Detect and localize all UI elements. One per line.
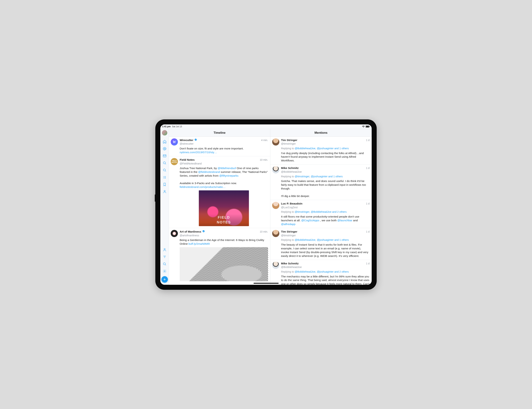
tweet-link[interactable]: buff.ly/2maN9MR [189,242,210,245]
wifi-icon [362,126,365,128]
battery-icon [366,126,370,128]
mention-link[interactable]: @littlefriendsof [218,167,236,170]
svg-rect-4 [163,155,166,157]
avatar[interactable] [272,202,279,209]
svg-point-10 [164,190,165,191]
avatar[interactable]: FIELDNOTES [171,158,178,165]
sidebar [160,129,169,285]
account-icon[interactable] [160,246,169,253]
tweet-cell[interactable]: Mike Schmitz 1 d @BobbleheadJoe Replying… [270,164,372,200]
mentions-icon[interactable] [160,145,169,152]
tweet-time: 1 d [366,138,370,142]
search-icon[interactable] [160,159,169,167]
screen: 1:41 pm Sat Jul 13 [160,124,372,285]
settings-icon[interactable] [160,268,169,275]
compose-button[interactable] [162,276,168,283]
mentions-feed[interactable]: Tim Stringer 1 d @timstringer Replying t… [270,136,372,285]
home-icon[interactable] [160,138,169,145]
tweet-time: 10 min. [260,230,268,234]
tweet-author-handle: @BobbleheadJoe [281,265,370,269]
mention-link[interactable]: @fiftynineparks [219,174,238,177]
reply-to: Replying to @timstringer, @joshuaginter … [281,175,370,178]
tweet-text: I've dug pretty deeply (including contac… [281,151,370,163]
home-indicator[interactable] [254,283,279,284]
mention-link[interactable]: @launchbar [337,219,352,222]
tweet-author-name: Field Notes [180,158,195,162]
reply-to-link[interactable]: @BobbleheadJoe, @joshuaginter and 2 othe… [295,270,349,273]
tweet-cell[interactable]: Art of Manliness 10 min. @artofmanliness… [169,228,270,283]
status-bar: 1:41 pm Sat Jul 13 [160,124,372,129]
avatar[interactable] [171,230,178,237]
avatar[interactable] [272,262,279,269]
reply-to: Replying to @BobbleheadJoe, @joshuaginte… [281,238,370,242]
tweet-text: Don't fixate on size; fit and style are … [180,147,268,154]
verified-badge-icon [202,230,205,233]
tweet-cell[interactable]: W Wirecutter 4 min. @wirecutter [169,136,270,156]
svg-point-8 [163,177,164,178]
tweet-time: 1 d [366,202,370,205]
mentions-header[interactable]: Mentions [270,129,372,136]
tweet-cell[interactable]: Mike Schmitz 1 d @BobbleheadJoe Replying… [270,260,372,285]
reply-to-link[interactable]: @BobbleheadJoe, @joshuaginter and 1 othe… [295,147,349,150]
avatar[interactable] [272,230,279,237]
mention-link[interactable]: @alfredapp [281,223,295,226]
tweet-author-name: Luc P. Beaudoin [281,202,302,206]
bookmarks-icon[interactable] [160,181,169,188]
tweet-cell[interactable]: Luc P. Beaudoin 1 d @LucCogZest Replying… [270,200,372,228]
tweet-author-handle: @BobbleheadJoe [281,170,370,174]
tweet-author-name: Tim Stringer [281,138,297,142]
tweet-time: 1 d [366,262,370,265]
avatar[interactable] [272,138,279,145]
mention-link[interactable]: @fieldnotesbrand [198,170,220,173]
svg-point-12 [163,263,165,265]
tweet-link[interactable]: nytimes.com/2019/07/10/sty… [180,151,217,154]
svg-point-13 [164,271,165,272]
tweet-media[interactable] [180,247,268,281]
lists-icon[interactable] [160,174,169,181]
svg-rect-1 [366,126,369,127]
tweet-author-handle: @LucCogZest [281,206,370,209]
saved-search-icon[interactable] [160,167,169,174]
avatar[interactable]: W [171,138,178,145]
tweet-cell[interactable]: Tim Stringer 1 d @timstringer Replying t… [270,228,372,260]
app: Timeline W Wirecutter 4 [160,129,372,285]
account-avatar[interactable] [162,130,167,136]
tweet-cell[interactable]: FIELDNOTES Field Notes 10 min. @FieldNot… [169,156,270,228]
svg-point-11 [164,248,165,250]
tweet-author-name: Wirecutter [180,138,193,142]
reply-to: Replying to @BobbleheadJoe, @joshuaginte… [281,147,370,150]
tweet-author-name: Tim Stringer [281,230,297,234]
tweet-author-handle: @artofmanliness [180,234,268,237]
reply-to: Replying to @timstringer, @BobbleheadJoe… [281,210,370,214]
tweet-cell[interactable]: Tim Stringer 1 d @timstringer Replying t… [270,136,372,165]
messages-icon[interactable] [160,152,169,159]
tweet-text: The beauty of Instant Send is that it wo… [281,243,370,258]
tweet-author-handle: @FieldNotesBrand [180,162,268,165]
reply-to-link[interactable]: @timstringer, @joshuaginter and 1 others [295,175,343,178]
media-caption: FIELD NOTES [199,214,249,226]
svg-point-6 [163,169,165,171]
tweet-author-name: Art of Manliness [180,230,201,234]
timeline-header[interactable]: Timeline [169,129,270,136]
reply-to-link[interactable]: @timstringer, @BobbleheadJoe and 2 other… [295,210,347,213]
tweet-author-handle: @wirecutter [180,142,268,146]
column-title: Timeline [213,131,226,134]
tweet-author-name: Mike Schmitz [281,166,299,170]
status-time: 1:41 pm [162,125,171,128]
find-icon[interactable] [160,260,169,268]
timeline-feed[interactable]: W Wirecutter 4 min. @wirecutter [169,136,270,285]
profile-icon[interactable] [160,188,169,195]
avatar[interactable] [272,166,279,173]
tweet-time: 10 min. [260,158,268,162]
tweet-text: Joshua Tree National Park, by @littlefri… [180,166,268,189]
tweet-time: 1 d [366,230,370,234]
svg-point-7 [163,176,164,177]
mentions-column: Mentions Tim Stringer 1 d @timstringer [270,129,372,285]
tweet-time: 1 d [366,166,370,170]
tweet-text: Being a Gentleman in the Age of the Inte… [180,238,268,246]
tweet-media[interactable]: FIELD NOTES [199,190,249,226]
filter-icon[interactable] [160,253,169,260]
mention-link[interactable]: @CogSciApps [301,219,319,222]
tweet-link[interactable]: fieldnotesbrand.com/products/natio… [180,185,226,188]
reply-to-link[interactable]: @BobbleheadJoe, @joshuaginter and 1 othe… [295,238,349,241]
